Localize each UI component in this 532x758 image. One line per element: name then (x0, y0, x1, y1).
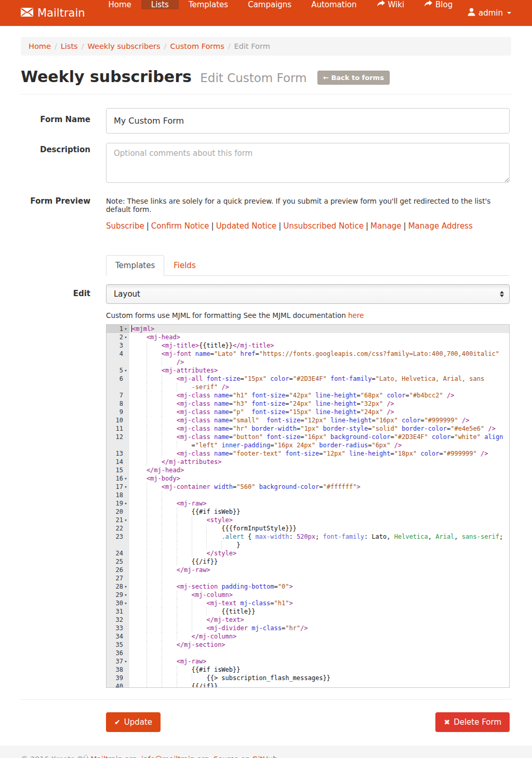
nav-item-campaigns[interactable]: Campaigns (238, 0, 301, 26)
fold-arrow-icon[interactable]: ▾ (123, 599, 128, 607)
nav-item-templates[interactable]: Templates (179, 0, 238, 26)
mailtrain-org-link[interactable]: Mailtrain.org (91, 755, 137, 758)
indent-guide (177, 383, 192, 391)
code-text (129, 491, 509, 499)
indent-guide (192, 599, 207, 607)
fold-arrow-icon[interactable]: ▾ (123, 366, 128, 375)
code-line: 34</mj-column> (107, 632, 509, 641)
gutter-cell: 29▾ (107, 591, 129, 599)
indent-guide (147, 557, 162, 566)
gutter-cell: 24 (107, 549, 129, 557)
tab-templates[interactable]: Templates (106, 255, 164, 276)
fold-arrow-icon[interactable]: ▾ (123, 582, 128, 591)
caret-down-icon (507, 12, 511, 14)
gutter-cell: 19▾ (107, 499, 129, 508)
token: color (432, 433, 450, 441)
preview-link-unsubscribed-notice[interactable]: Unsubscribed Notice (283, 221, 364, 231)
indent-guide (147, 574, 162, 582)
token (236, 350, 240, 357)
nav-item-blog[interactable]: Blog (414, 0, 462, 26)
fold-arrow-icon[interactable]: ▾ (123, 325, 128, 333)
code-line: 16▾<mj-body> (107, 474, 509, 483)
fold-arrow-icon[interactable]: ▾ (123, 483, 128, 491)
indent-guide (192, 533, 207, 541)
indent-guide (162, 491, 177, 499)
token: "12px" (323, 450, 345, 457)
token: {{#if isWeb}} (192, 508, 241, 515)
user-menu[interactable]: admin (468, 0, 511, 26)
indent (131, 358, 147, 366)
form-name-input[interactable] (106, 108, 510, 134)
breadcrumb-link[interactable]: Weekly subscribers (88, 42, 161, 50)
update-button[interactable]: ✔ Update (106, 712, 161, 732)
preview-link-manage[interactable]: Manage (370, 221, 402, 231)
token: </mj-column> (192, 633, 237, 640)
code-line: 27 (107, 574, 509, 582)
nav-item-automation[interactable]: Automation (301, 0, 366, 26)
token: <mj-class (177, 408, 210, 416)
share-arrow-icon (377, 0, 385, 9)
indent-guide (162, 433, 177, 441)
token: "0" (278, 583, 289, 590)
breadcrumb-link[interactable]: Custom Forms (170, 42, 224, 50)
indent-guide (162, 666, 177, 674)
indent-guide (147, 516, 162, 524)
tab-fields[interactable]: Fields (164, 255, 205, 276)
gutter-cell: 40 (107, 682, 129, 688)
token: max-width (255, 533, 289, 540)
fold-arrow-icon[interactable]: ▾ (123, 474, 128, 483)
line-number: 1 (119, 325, 123, 333)
nav-item-home[interactable]: Home (99, 0, 141, 26)
brand-link[interactable]: Mailtrain (21, 0, 85, 26)
fold-arrow-icon[interactable]: ▾ (123, 499, 128, 508)
breadcrumb-link[interactable]: Home (29, 42, 51, 50)
code-text: </mj-head> (129, 466, 509, 474)
token: padding-bottom (221, 583, 274, 590)
token: "1px" (300, 425, 319, 432)
preview-link-subscribe[interactable]: Subscribe (106, 221, 144, 231)
code-line: 13<mj-class name="footer-text" font-size… (107, 449, 509, 458)
template-select[interactable]: Layout (106, 284, 510, 304)
token: <mj-title> (162, 342, 199, 349)
code-line: 38{{#if isWeb}} (107, 666, 509, 674)
fold-arrow-icon[interactable]: ▾ (123, 591, 128, 599)
nav-item-wiki[interactable]: Wiki (367, 0, 415, 26)
line-number: 39 (116, 674, 123, 682)
line-number: 35 (116, 641, 123, 649)
fold-arrow-icon[interactable]: ▾ (123, 657, 128, 666)
form-name-label: Form Name (21, 108, 90, 134)
mjml-doc-link[interactable]: here (348, 311, 364, 320)
nav-item-lists[interactable]: Lists (141, 0, 179, 26)
github-link[interactable]: Source on GitHub (214, 755, 277, 758)
indent-guide (162, 358, 177, 366)
fold-arrow-icon[interactable]: ▾ (123, 516, 128, 524)
indent-guide (177, 516, 192, 524)
preview-link-manage-address[interactable]: Manage Address (408, 221, 473, 231)
link-separator: | (404, 221, 406, 231)
token (345, 450, 349, 457)
token: = (229, 425, 233, 432)
indent (131, 375, 147, 383)
link-separator: | (366, 221, 368, 231)
token: font-size (251, 400, 285, 407)
breadcrumb-link[interactable]: Lists (61, 42, 78, 50)
mjml-code-editor[interactable]: 1▾<mjml>2▾<mj-head>3<mj-title>{{title}}<… (106, 324, 510, 688)
token: = (420, 417, 424, 424)
fold-arrow-icon[interactable]: ▾ (123, 333, 128, 341)
token: "42px" (289, 392, 311, 399)
indent-guide (147, 458, 162, 466)
indent (131, 557, 147, 566)
delete-form-button[interactable]: ✖ Delete Form (435, 712, 510, 732)
indent-guide (147, 524, 162, 533)
description-textarea[interactable] (106, 143, 510, 183)
preview-link-updated-notice[interactable]: Updated Notice (216, 221, 277, 231)
tab-bar: TemplatesFields (106, 255, 510, 276)
indent-guide (162, 391, 177, 400)
back-to-forms-button[interactable]: ← Back to forms (317, 71, 390, 85)
indent-guide (162, 549, 177, 557)
token: <mjml> (132, 325, 154, 333)
email-link[interactable]: info@mailtrain.org (141, 755, 209, 758)
preview-link-confirm-notice[interactable]: Confirm Notice (151, 221, 209, 231)
indent-guide (162, 657, 177, 666)
indent-guide (162, 441, 177, 449)
